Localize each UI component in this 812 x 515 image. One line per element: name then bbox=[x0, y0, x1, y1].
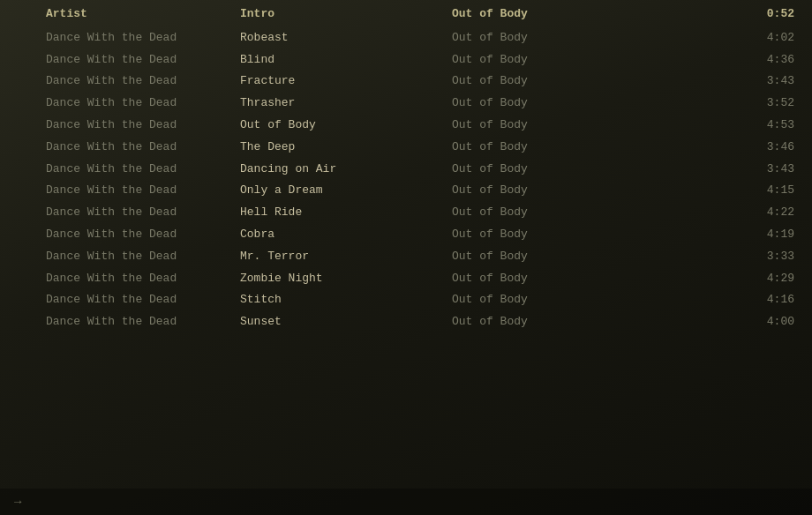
track-spacer bbox=[593, 160, 741, 179]
track-spacer bbox=[593, 94, 741, 113]
track-title: Zombie Night bbox=[240, 270, 452, 288]
track-album: Out of Body bbox=[452, 160, 593, 179]
track-row[interactable]: Dance With the DeadOnly a DreamOut of Bo… bbox=[0, 180, 812, 202]
track-row[interactable]: Dance With the DeadHell RideOut of Body4… bbox=[0, 202, 812, 224]
track-album: Out of Body bbox=[452, 51, 593, 70]
header-duration: 0:52 bbox=[741, 5, 794, 24]
track-album: Out of Body bbox=[452, 204, 593, 222]
track-duration: 3:43 bbox=[741, 72, 794, 91]
track-row[interactable]: Dance With the DeadMr. TerrorOut of Body… bbox=[0, 246, 812, 268]
header-album: Out of Body bbox=[452, 5, 593, 24]
track-duration: 4:16 bbox=[741, 291, 794, 310]
track-title: Fracture bbox=[240, 72, 452, 91]
track-title: Sunset bbox=[240, 313, 452, 332]
track-list: Artist Intro Out of Body 0:52 Dance With… bbox=[0, 0, 812, 337]
track-duration: 4:22 bbox=[741, 204, 794, 222]
track-spacer bbox=[593, 270, 741, 288]
arrow-icon: → bbox=[14, 495, 21, 509]
track-artist: Dance With the Dead bbox=[46, 116, 240, 135]
track-artist: Dance With the Dead bbox=[46, 94, 240, 113]
track-artist: Dance With the Dead bbox=[46, 226, 240, 244]
track-artist: Dance With the Dead bbox=[46, 29, 240, 48]
track-album: Out of Body bbox=[452, 248, 593, 266]
track-duration: 3:52 bbox=[741, 94, 794, 113]
track-artist: Dance With the Dead bbox=[46, 72, 240, 91]
track-duration: 4:36 bbox=[741, 51, 794, 70]
track-row[interactable]: Dance With the DeadBlindOut of Body4:36 bbox=[0, 49, 812, 71]
track-duration: 3:33 bbox=[741, 248, 794, 266]
track-artist: Dance With the Dead bbox=[46, 248, 240, 266]
track-list-header: Artist Intro Out of Body 0:52 bbox=[0, 4, 812, 27]
track-title: Stitch bbox=[240, 291, 452, 310]
track-spacer bbox=[593, 248, 741, 266]
track-artist: Dance With the Dead bbox=[46, 270, 240, 288]
header-artist: Artist bbox=[46, 5, 240, 24]
track-title: Robeast bbox=[240, 29, 452, 48]
track-duration: 3:46 bbox=[741, 138, 794, 157]
track-duration: 4:53 bbox=[741, 116, 794, 135]
track-row[interactable]: Dance With the DeadDancing on AirOut of … bbox=[0, 159, 812, 181]
track-row[interactable]: Dance With the DeadRobeastOut of Body4:0… bbox=[0, 27, 812, 49]
track-artist: Dance With the Dead bbox=[46, 204, 240, 222]
track-duration: 4:29 bbox=[741, 270, 794, 288]
track-row[interactable]: Dance With the DeadOut of BodyOut of Bod… bbox=[0, 115, 812, 137]
track-spacer bbox=[593, 116, 741, 135]
track-album: Out of Body bbox=[452, 313, 593, 332]
track-title: Thrasher bbox=[240, 94, 452, 113]
track-artist: Dance With the Dead bbox=[46, 138, 240, 157]
track-artist: Dance With the Dead bbox=[46, 51, 240, 70]
track-album: Out of Body bbox=[452, 270, 593, 288]
track-spacer bbox=[593, 72, 741, 91]
track-row[interactable]: Dance With the DeadSunsetOut of Body4:00 bbox=[0, 311, 812, 333]
track-spacer bbox=[593, 138, 741, 157]
track-title: Only a Dream bbox=[240, 182, 452, 200]
track-artist: Dance With the Dead bbox=[46, 313, 240, 332]
track-row[interactable]: Dance With the DeadThrasherOut of Body3:… bbox=[0, 93, 812, 115]
track-spacer bbox=[593, 291, 741, 310]
track-artist: Dance With the Dead bbox=[46, 160, 240, 179]
track-album: Out of Body bbox=[452, 29, 593, 48]
track-title: Mr. Terror bbox=[240, 248, 452, 266]
track-title: Cobra bbox=[240, 226, 452, 244]
track-spacer bbox=[593, 313, 741, 332]
track-duration: 3:43 bbox=[741, 160, 794, 179]
track-artist: Dance With the Dead bbox=[46, 291, 240, 310]
track-title: Hell Ride bbox=[240, 204, 452, 222]
header-title: Intro bbox=[240, 5, 452, 24]
track-duration: 4:00 bbox=[741, 313, 794, 332]
track-duration: 4:19 bbox=[741, 226, 794, 244]
track-album: Out of Body bbox=[452, 291, 593, 310]
bottom-bar: → bbox=[0, 489, 812, 515]
track-spacer bbox=[593, 29, 741, 48]
track-title: The Deep bbox=[240, 138, 452, 157]
track-spacer bbox=[593, 51, 741, 70]
track-album: Out of Body bbox=[452, 116, 593, 135]
header-spacer bbox=[593, 5, 741, 24]
track-duration: 4:02 bbox=[741, 29, 794, 48]
track-spacer bbox=[593, 204, 741, 222]
track-row[interactable]: Dance With the DeadZombie NightOut of Bo… bbox=[0, 268, 812, 290]
track-row[interactable]: Dance With the DeadCobraOut of Body4:19 bbox=[0, 224, 812, 246]
track-row[interactable]: Dance With the DeadFractureOut of Body3:… bbox=[0, 71, 812, 93]
track-title: Dancing on Air bbox=[240, 160, 452, 179]
track-album: Out of Body bbox=[452, 226, 593, 244]
track-row[interactable]: Dance With the DeadThe DeepOut of Body3:… bbox=[0, 137, 812, 159]
track-row[interactable]: Dance With the DeadStitchOut of Body4:16 bbox=[0, 289, 812, 311]
track-title: Blind bbox=[240, 51, 452, 70]
track-title: Out of Body bbox=[240, 116, 452, 135]
track-spacer bbox=[593, 226, 741, 244]
track-album: Out of Body bbox=[452, 182, 593, 200]
track-album: Out of Body bbox=[452, 72, 593, 91]
track-artist: Dance With the Dead bbox=[46, 182, 240, 200]
track-spacer bbox=[593, 182, 741, 200]
track-album: Out of Body bbox=[452, 94, 593, 113]
track-album: Out of Body bbox=[452, 138, 593, 157]
track-duration: 4:15 bbox=[741, 182, 794, 200]
